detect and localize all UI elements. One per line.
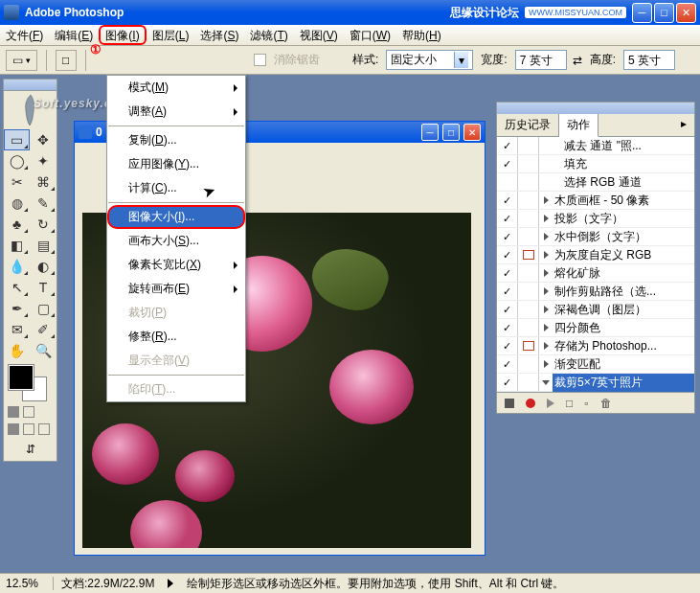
tool-stamp[interactable]: ♣: [4, 214, 30, 235]
doc-size[interactable]: 文档:22.9M/22.9M: [54, 576, 162, 592]
menu-item[interactable]: 复制(D)...: [107, 128, 245, 152]
app-icon: [4, 5, 19, 20]
tool-notes[interactable]: ✉: [4, 319, 30, 340]
doc-close[interactable]: ✕: [463, 124, 481, 141]
menu-bar: 文件(F) 编辑(E) 图像(I) ① 图层(L) 选择(S) 滤镜(T) 视图…: [0, 25, 700, 46]
screen-full[interactable]: [38, 423, 50, 435]
action-row[interactable]: 选择 RGB 通道: [497, 173, 694, 192]
tool-brush[interactable]: ✎: [31, 193, 56, 214]
doc-maximize[interactable]: □: [442, 124, 460, 141]
action-row[interactable]: ✓填充: [497, 155, 694, 173]
stop-button[interactable]: [505, 399, 514, 408]
action-row[interactable]: ✓存储为 Photoshop...: [497, 337, 694, 355]
new-set-button[interactable]: □: [566, 397, 573, 410]
tool-path-select[interactable]: ↖: [4, 277, 30, 298]
doc-minimize[interactable]: ─: [421, 124, 439, 141]
menu-select[interactable]: 选择(S): [194, 25, 244, 45]
menu-file[interactable]: 文件(F): [0, 25, 49, 45]
standard-mode[interactable]: [8, 406, 19, 418]
action-row[interactable]: ✓深褐色调（图层）: [497, 301, 694, 319]
menu-window[interactable]: 窗口(W): [344, 25, 396, 45]
record-button[interactable]: [526, 399, 535, 408]
menu-layer[interactable]: 图层(L): [147, 25, 195, 45]
quickmask-mode[interactable]: [23, 406, 34, 418]
new-action-button[interactable]: ▫: [584, 397, 588, 410]
tool-history-brush[interactable]: ↻: [31, 214, 56, 235]
menu-item: 显示全部(V): [107, 349, 245, 373]
screen-standard[interactable]: [8, 423, 19, 435]
tool-dodge[interactable]: ◐: [31, 256, 56, 277]
menu-item[interactable]: 应用图像(Y)...: [107, 152, 245, 176]
menu-item: 陷印(T)...: [107, 377, 245, 401]
actions-footer: □ ▫ 🗑: [497, 392, 694, 413]
menu-help[interactable]: 帮助(H): [396, 25, 447, 45]
menu-item[interactable]: 图像大小(I)...: [107, 205, 245, 229]
menu-filter[interactable]: 滤镜(T): [244, 25, 293, 45]
tool-move[interactable]: ✥: [31, 129, 56, 150]
tab-history[interactable]: 历史记录: [497, 114, 559, 136]
action-row[interactable]: ✓水中倒影（文字）: [497, 228, 694, 246]
menu-view[interactable]: 视图(V): [294, 25, 344, 45]
color-swatches[interactable]: [4, 361, 56, 403]
tool-heal[interactable]: ◍: [4, 193, 30, 214]
action-row[interactable]: ✓四分颜色: [497, 319, 694, 337]
antialias-checkbox[interactable]: [254, 54, 266, 66]
tool-pen[interactable]: ✒: [4, 298, 30, 319]
trash-button[interactable]: 🗑: [600, 397, 612, 410]
action-row[interactable]: ✓渐变匹配: [497, 355, 694, 374]
foreground-color[interactable]: [9, 365, 34, 390]
tool-wand[interactable]: ✦: [31, 150, 56, 171]
width-input[interactable]: 7 英寸: [515, 50, 567, 70]
tools-panel-grip[interactable]: [4, 80, 56, 91]
menu-image[interactable]: 图像(I) ①: [99, 25, 146, 45]
panel-grip[interactable]: [497, 103, 694, 114]
action-row[interactable]: ✓为灰度自定义 RGB: [497, 246, 694, 264]
action-row[interactable]: ✓减去 通道 "照...: [497, 137, 694, 155]
tools-panel: ▭ ✥ ◯ ✦ ✂ ⌘ ◍ ✎ ♣ ↻ ◧ ▤ 💧 ◐ ↖ T ✒ ▢ ✉ ✐ …: [3, 79, 57, 462]
action-row[interactable]: ✓裁剪5×7英寸照片: [497, 374, 694, 392]
tool-zoom[interactable]: 🔍: [31, 340, 56, 361]
tool-marquee[interactable]: ▭: [4, 129, 30, 150]
tool-eraser[interactable]: ◧: [4, 235, 30, 256]
app-title: Adobe Photoshop: [25, 6, 450, 19]
maximize-button[interactable]: □: [654, 3, 674, 23]
jump-to-imageready[interactable]: ⇵: [4, 438, 56, 461]
height-input[interactable]: 5 英寸: [623, 50, 675, 70]
forum-label: 思缘设计论坛: [450, 5, 519, 21]
menu-item[interactable]: 旋转画布(E): [107, 277, 245, 301]
action-row[interactable]: ✓制作剪贴路径（选...: [497, 283, 694, 301]
tool-lasso[interactable]: ◯: [4, 150, 30, 171]
play-button[interactable]: [547, 399, 554, 408]
tool-blur[interactable]: 💧: [4, 256, 30, 277]
action-row[interactable]: ✓木质画框 - 50 像素: [497, 192, 694, 210]
opt-marquee-icon[interactable]: ▭ ▾: [6, 50, 37, 71]
tool-eyedropper[interactable]: ✐: [31, 319, 56, 340]
action-row[interactable]: ✓熔化矿脉: [497, 264, 694, 283]
title-bar: Adobe Photoshop 思缘设计论坛 WWW.MISSYUAN.COM …: [0, 0, 700, 25]
action-row[interactable]: ✓投影（文字）: [497, 210, 694, 228]
screen-fullmenu[interactable]: [23, 423, 34, 435]
menu-item[interactable]: 模式(M): [107, 76, 245, 100]
menu-item[interactable]: 计算(C)...: [107, 176, 245, 200]
opt-new-selection[interactable]: □: [56, 50, 77, 71]
menu-item[interactable]: 画布大小(S)...: [107, 229, 245, 253]
status-arrow-icon[interactable]: [168, 579, 173, 588]
menu-item[interactable]: 像素长宽比(X): [107, 253, 245, 277]
close-button[interactable]: ✕: [676, 3, 696, 23]
panel-menu[interactable]: ▸: [673, 114, 694, 136]
tool-slice[interactable]: ⌘: [31, 171, 56, 193]
tool-type[interactable]: T: [31, 277, 56, 298]
tool-shape[interactable]: ▢: [31, 298, 56, 319]
minimize-button[interactable]: ─: [632, 3, 652, 23]
height-label: 高度:: [588, 52, 618, 68]
tool-gradient[interactable]: ▤: [31, 235, 56, 256]
style-select[interactable]: 固定大小 ▾: [386, 50, 473, 70]
actions-list: ✓减去 通道 "照...✓填充选择 RGB 通道✓木质画框 - 50 像素✓投影…: [497, 137, 694, 392]
tab-actions[interactable]: 动作: [559, 114, 598, 137]
tool-hand[interactable]: ✋: [4, 340, 30, 361]
swap-icon[interactable]: ⇄: [573, 54, 582, 67]
tool-crop[interactable]: ✂: [4, 171, 30, 193]
menu-item[interactable]: 修整(R)...: [107, 325, 245, 349]
zoom-level[interactable]: 12.5%: [0, 577, 54, 590]
menu-item[interactable]: 调整(A): [107, 100, 245, 124]
